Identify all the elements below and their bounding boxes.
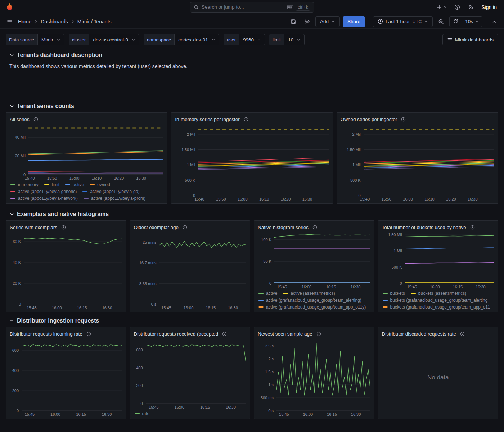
info-icon[interactable] xyxy=(183,225,187,230)
variable-value-dropdown[interactable]: Mimir xyxy=(37,34,64,45)
grafana-logo[interactable] xyxy=(5,3,14,12)
chevron-down-icon xyxy=(443,5,447,9)
legend-swatch xyxy=(84,198,89,199)
panel-title[interactable]: In-memory series per ingester xyxy=(175,117,239,122)
legend-item[interactable]: active (appo11y/beyla-prom) xyxy=(84,196,145,201)
panel-title[interactable]: Owned series per ingester xyxy=(341,117,397,122)
plot-area[interactable] xyxy=(22,339,122,411)
info-icon[interactable] xyxy=(401,117,406,122)
section-header-exemplars[interactable]: Exemplars and native histograms xyxy=(9,211,498,217)
breadcrumb-home[interactable]: Home xyxy=(18,19,31,24)
info-icon[interactable] xyxy=(86,332,91,336)
info-icon[interactable] xyxy=(61,225,66,230)
variable-value-dropdown[interactable]: 10 xyxy=(284,34,305,45)
plot-area[interactable] xyxy=(146,339,247,404)
info-icon[interactable] xyxy=(222,332,227,336)
info-icon[interactable] xyxy=(312,225,317,230)
legend-item[interactable]: active (grafanacloud_usage_group/team_ap… xyxy=(258,305,366,310)
legend-item[interactable]: buckets xyxy=(383,291,405,296)
chart-canvas[interactable] xyxy=(24,232,122,304)
panel-title[interactable]: Oldest exemplar age xyxy=(134,225,179,230)
plot-area[interactable] xyxy=(159,232,247,304)
panel-title[interactable]: Distributor requests incoming rate xyxy=(10,331,82,337)
chart-canvas[interactable] xyxy=(274,232,370,283)
chart-canvas[interactable] xyxy=(276,339,370,411)
breadcrumb-separator-icon xyxy=(71,19,75,24)
plot-area[interactable] xyxy=(24,232,122,304)
sign-in-button[interactable]: Sign in xyxy=(479,4,499,10)
chevron-down-icon xyxy=(331,19,335,23)
legend-item[interactable]: active (grafanacloud_usage_group/team_al… xyxy=(258,298,361,303)
help-button[interactable] xyxy=(452,2,463,13)
breadcrumb-dashboards[interactable]: Dashboards xyxy=(41,19,68,24)
legend-item[interactable]: active xyxy=(258,291,277,296)
plot-area[interactable] xyxy=(198,124,329,195)
new-button[interactable] xyxy=(435,2,449,13)
y-tick-label: 1.50 Mil xyxy=(347,147,361,152)
zoom-out-button[interactable] xyxy=(436,16,446,27)
plot-area[interactable] xyxy=(28,124,163,175)
search-input[interactable]: Search or jump to... ctrl+k xyxy=(190,2,314,13)
panel-title[interactable]: All series xyxy=(10,117,30,122)
save-dashboard-button[interactable] xyxy=(288,16,299,27)
mimir-dashboards-button[interactable]: Mimir dashboards xyxy=(442,34,498,45)
legend-item[interactable]: buckets (grafanacloud_usage_group/team_a… xyxy=(383,305,490,310)
refresh-interval-dropdown[interactable]: 10s xyxy=(462,17,482,27)
info-icon[interactable] xyxy=(460,332,465,336)
legend-item[interactable]: buckets (grafanacloud_usage_group/team_a… xyxy=(383,298,488,303)
collapse-toolbar-button[interactable] xyxy=(489,16,500,27)
variable-value-dropdown[interactable]: 9960 xyxy=(239,34,265,45)
info-icon[interactable] xyxy=(316,332,321,336)
info-icon[interactable] xyxy=(244,117,248,122)
panel-title[interactable]: Newest seen sample age xyxy=(258,331,312,337)
variable-value-dropdown[interactable]: dev-us-central-0 xyxy=(89,34,139,45)
section-header-description[interactable]: Tenants dashboard description xyxy=(9,52,498,58)
plot-area[interactable] xyxy=(364,124,494,195)
x-tick-label: 15:50 xyxy=(47,176,57,180)
legend-item[interactable]: active (appo11y/beyla-generic) xyxy=(10,189,77,194)
info-icon[interactable] xyxy=(470,225,475,230)
section-header-distributor[interactable]: Distributor ingestion requests xyxy=(9,318,498,324)
chart-canvas[interactable] xyxy=(22,339,122,411)
plot-area[interactable] xyxy=(405,232,495,283)
dashboard-settings-button[interactable] xyxy=(302,16,312,27)
add-button[interactable]: Add xyxy=(315,16,340,27)
share-button[interactable]: Share xyxy=(343,16,365,27)
legend-item[interactable]: owned xyxy=(90,182,110,187)
legend-swatch xyxy=(135,413,140,414)
legend-item[interactable]: active (appo11y/beyla-network) xyxy=(10,196,78,201)
chart-canvas[interactable] xyxy=(405,232,495,283)
menu-toggle-button[interactable] xyxy=(4,16,15,27)
variable-value-dropdown[interactable]: cortex-dev-01 xyxy=(174,34,219,45)
panel-title[interactable]: Distributor requests received (accepted xyxy=(134,331,219,337)
legend-item[interactable]: active (asserts/metrics) xyxy=(283,291,335,296)
legend-item[interactable]: active xyxy=(65,182,84,187)
refresh-button[interactable] xyxy=(450,17,462,27)
y-tick-label: 2 Mil xyxy=(187,132,195,137)
panel-title[interactable]: Total number of buckets used by native xyxy=(382,225,466,230)
plot-area[interactable] xyxy=(276,339,370,411)
chart-canvas[interactable] xyxy=(159,232,247,304)
legend-swatch xyxy=(258,300,264,301)
legend-item[interactable]: buckets (asserts/metrics) xyxy=(411,291,466,296)
legend-item[interactable]: in-memory xyxy=(10,182,39,187)
chart-canvas[interactable] xyxy=(364,124,494,195)
panel-title[interactable]: Distributor discarded requests rate xyxy=(382,331,456,337)
panel-title[interactable]: Series with exemplars xyxy=(10,225,57,230)
chart-canvas[interactable] xyxy=(28,124,163,175)
plot-area[interactable] xyxy=(274,232,370,283)
chevron-down-icon xyxy=(9,104,14,109)
panel-title[interactable]: Native histogram series xyxy=(258,225,309,230)
info-icon[interactable] xyxy=(33,117,38,122)
legend-item[interactable]: limit xyxy=(44,182,59,187)
top-bar: Search or jump to... ctrl+k xyxy=(0,0,504,14)
x-axis: 15:4516:0016:1516:30 xyxy=(276,411,370,417)
legend-item[interactable]: rate xyxy=(135,411,150,416)
chart-canvas[interactable] xyxy=(146,339,247,404)
refresh-picker: 10s xyxy=(449,16,482,27)
news-button[interactable] xyxy=(465,2,476,13)
legend-item[interactable]: active (appo11y/beyla-go) xyxy=(82,189,139,194)
time-range-picker[interactable]: Last 1 hour UTC xyxy=(373,16,433,27)
section-header-tenant-series[interactable]: Tenant series counts xyxy=(9,103,498,109)
chart-canvas[interactable] xyxy=(198,124,329,195)
